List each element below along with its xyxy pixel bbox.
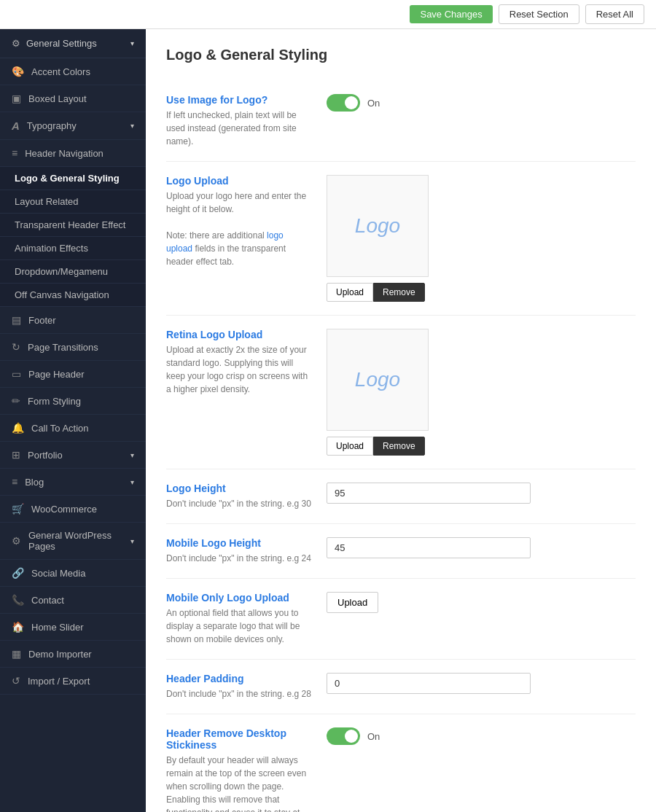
setting-desc-use-image-for-logo: If left unchecked, plain text will be us… [166,109,312,148]
sidebar-item-typography[interactable]: A Typography ▾ [0,112,146,140]
setting-label-logo-height: Logo Height [166,483,312,494]
nav-icon: ≡ [12,147,17,159]
setting-logo-upload: Logo Upload Upload your logo here and en… [166,162,636,316]
sidebar-subitem-transparent-header-effect[interactable]: Transparent Header Effect [0,214,146,237]
setting-desc-mobile-only-logo-upload: An optional field that allows you to dis… [166,606,312,646]
form-icon: ✏ [12,395,20,407]
box-icon: ▣ [12,93,21,104]
chevron-down-icon: ▾ [130,122,134,130]
setting-logo-height: Logo Height Don't include "px" in the st… [166,469,636,524]
chevron-down-icon: ▾ [130,537,134,545]
sidebar-subitem-logo-general-styling[interactable]: Logo & General Styling [0,167,146,190]
setting-retina-logo-upload: Retina Logo Upload Upload at exactly 2x … [166,316,636,469]
main-content: Logo & General Styling Use Image for Log… [146,29,656,812]
setting-label-retina-logo-upload: Retina Logo Upload [166,329,312,340]
top-bar: Save Changes Reset Section Reset All [0,0,656,29]
sidebar-subitem-dropdown-megamenu[interactable]: Dropdown/Megamenu [0,260,146,284]
sidebar: ⚙General Settings ▾ 🎨 Accent Colors ▣ Bo… [0,29,146,812]
retina-logo-upload-button[interactable]: Upload [327,437,373,456]
mobile-logo-height-input[interactable] [327,537,531,558]
retina-logo-placeholder-text: Logo [355,368,400,391]
logo-height-input[interactable] [327,483,531,504]
setting-header-remove-desktop-stickiness: Header Remove Desktop Stickiness By defa… [166,714,636,812]
sidebar-item-general-wordpress-pages[interactable]: ⚙ General WordPress Pages ▾ [0,523,146,560]
chevron-down-icon: ▾ [130,478,134,486]
sidebar-item-form-styling[interactable]: ✏ Form Styling [0,388,146,415]
sidebar-item-contact[interactable]: 📞 Contact [0,587,146,614]
sidebar-item-portfolio[interactable]: ⊞ Portfolio ▾ [0,442,146,469]
chevron-down-icon: ▾ [130,39,134,47]
sidebar-item-social-media[interactable]: 🔗 Social Media [0,560,146,587]
sidebar-item-woocommerce[interactable]: 🛒 WooCommerce [0,496,146,523]
sidebar-subitem-animation-effects[interactable]: Animation Effects [0,237,146,260]
toggle-stickiness-on-label: On [367,731,380,742]
setting-header-padding: Header Padding Don't include "px" in the… [166,660,636,714]
sidebar-section-general-settings[interactable]: ⚙General Settings ▾ [0,29,146,58]
retina-logo-preview-box: Logo [327,329,429,431]
toggle-use-image-for-logo[interactable] [327,94,360,112]
sidebar-item-page-header[interactable]: ▭ Page Header [0,361,146,388]
transitions-icon: ↻ [12,341,20,353]
portfolio-icon: ⊞ [12,449,20,461]
setting-desc-header-remove-desktop-stickiness: By default your header will always remai… [166,754,312,812]
page-title: Logo & General Styling [166,47,636,63]
header-padding-input[interactable] [327,673,531,694]
setting-label-mobile-only-logo-upload: Mobile Only Logo Upload [166,592,312,604]
demo-icon: ▦ [12,648,21,660]
sidebar-subitem-layout-related[interactable]: Layout Related [0,190,146,214]
setting-mobile-only-logo-upload: Mobile Only Logo Upload An optional fiel… [166,579,636,660]
setting-use-image-for-logo: Use Image for Logo? If left unchecked, p… [166,81,636,162]
logo-remove-button[interactable]: Remove [373,283,425,302]
blog-icon: ≡ [12,476,17,488]
toggle-on-label: On [367,98,380,109]
logo-upload-link[interactable]: logo upload [166,230,284,254]
setting-label-use-image-for-logo: Use Image for Logo? [166,94,312,106]
setting-label-mobile-logo-height: Mobile Logo Height [166,537,312,549]
typography-icon: A [12,120,20,132]
footer-icon: ▤ [12,314,21,326]
phone-icon: 📞 [12,594,24,606]
sidebar-item-page-transitions[interactable]: ↻ Page Transitions [0,334,146,361]
cart-icon: 🛒 [12,503,24,515]
sidebar-item-accent-colors[interactable]: 🎨 Accent Colors [0,58,146,85]
mobile-logo-upload-button[interactable]: Upload [327,592,378,613]
setting-label-header-padding: Header Padding [166,673,312,684]
setting-desc-retina-logo-upload: Upload at exactly 2x the size of your st… [166,343,312,396]
setting-label-logo-upload: Logo Upload [166,175,312,187]
sidebar-item-blog[interactable]: ≡ Blog ▾ [0,469,146,496]
page-header-icon: ▭ [12,368,21,380]
setting-desc-mobile-logo-height: Don't include "px" in the string. e.g 24 [166,552,312,565]
chevron-down-icon: ▾ [130,451,134,459]
layout: ⚙General Settings ▾ 🎨 Accent Colors ▣ Bo… [0,29,656,812]
bell-icon: 🔔 [12,422,24,434]
sidebar-item-import-export[interactable]: ↺ Import / Export [0,668,146,695]
logo-upload-button[interactable]: Upload [327,283,373,302]
import-export-icon: ↺ [12,675,20,687]
sidebar-item-footer[interactable]: ▤ Footer [0,307,146,334]
home-icon: 🏠 [12,621,24,633]
sidebar-item-boxed-layout[interactable]: ▣ Boxed Layout [0,85,146,112]
sidebar-item-header-navigation[interactable]: ≡ Header Navigation [0,140,146,167]
logo-preview-box: Logo [327,175,429,277]
gear-icon: ⚙ [12,38,20,49]
sidebar-item-call-to-action[interactable]: 🔔 Call To Action [0,415,146,442]
setting-label-header-remove-desktop-stickiness: Header Remove Desktop Stickiness [166,727,312,751]
wordpress-icon: ⚙ [12,535,21,547]
sidebar-item-home-slider[interactable]: 🏠 Home Slider [0,614,146,641]
reset-all-button[interactable]: Reset All [585,4,644,24]
sidebar-item-demo-importer[interactable]: ▦ Demo Importer [0,641,146,668]
setting-desc-header-padding: Don't include "px" in the string. e.g 28 [166,687,312,700]
save-changes-button[interactable]: Save Changes [410,5,492,23]
sidebar-subitem-off-canvas-navigation[interactable]: Off Canvas Navigation [0,284,146,307]
social-icon: 🔗 [12,567,24,579]
reset-section-button[interactable]: Reset Section [499,4,579,24]
toggle-header-remove-desktop-stickiness[interactable] [327,727,360,745]
retina-logo-remove-button[interactable]: Remove [373,437,425,456]
setting-desc-logo-upload: Upload your logo here and enter the heig… [166,190,312,268]
palette-icon: 🎨 [12,66,24,77]
setting-mobile-logo-height: Mobile Logo Height Don't include "px" in… [166,524,636,579]
logo-placeholder-text: Logo [355,214,400,238]
setting-desc-logo-height: Don't include "px" in the string. e.g 30 [166,497,312,510]
